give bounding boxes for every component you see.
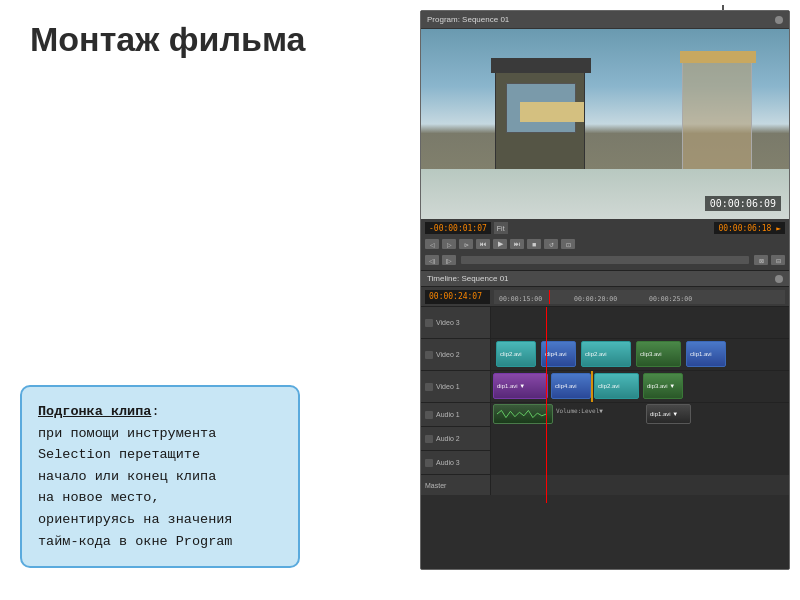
track-header-video2: Video 2	[421, 339, 491, 370]
monitor-timecode-right: 00:00:06:18 ►	[714, 222, 785, 234]
clip-v1-a[interactable]: dip1.avi ▼	[493, 373, 548, 399]
callout-text-line4: на новое место,	[38, 490, 160, 505]
monitor-close-btn[interactable]	[775, 16, 783, 24]
track-row-audio1: Audio 1 Volume:Level▼ dip1.avi ▼	[421, 403, 789, 427]
video-preview: 00:00:06:09	[421, 29, 789, 219]
ruler-label-2: 00:00:20:00	[574, 295, 617, 303]
ruler-label-1: 00:00:15:00	[499, 295, 542, 303]
ruler-label-3: 00:00:25:00	[649, 295, 692, 303]
timeline-panel: Timeline: Sequence 01 00:00:24:07 00:00:…	[421, 271, 789, 570]
track-toggle-v2[interactable]	[425, 351, 433, 359]
loop-btn[interactable]: ↺	[544, 239, 558, 249]
track-content-v3[interactable]	[491, 307, 789, 338]
timeline-playhead	[546, 307, 547, 503]
lift-btn[interactable]: ⊟	[771, 255, 785, 265]
program-monitor: Program: Sequence 01	[421, 11, 789, 271]
trim-out-btn[interactable]: |▷	[442, 255, 456, 265]
clip-a1-a[interactable]	[493, 404, 553, 424]
play-in-btn[interactable]: ⊳	[459, 239, 473, 249]
track-toggle-a1[interactable]	[425, 411, 433, 419]
cut-marker-v1	[591, 371, 593, 402]
mark-out-btn[interactable]: ▷	[442, 239, 456, 249]
track-content-v2[interactable]: clip2.avi clip4.avi clip2.avi clip3.avi …	[491, 339, 789, 370]
track-header-audio3: Audio 3	[421, 451, 491, 474]
track-toggle-v3[interactable]	[425, 319, 433, 327]
monitor-title-bar: Program: Sequence 01	[421, 11, 789, 29]
track-toggle-a2[interactable]	[425, 435, 433, 443]
track-label-a3: Audio 3	[436, 459, 460, 466]
ground-area	[421, 169, 789, 219]
track-header-master: Master	[421, 475, 491, 495]
jog-bar[interactable]	[461, 256, 749, 264]
track-label-a2: Audio 2	[436, 435, 460, 442]
track-label-v2: Video 2	[436, 351, 460, 358]
clip-v1-c[interactable]: clip2.avi	[594, 373, 639, 399]
callout-box: Подгонка клипа: при помощи инструмента S…	[20, 385, 300, 568]
monitor-controls-row3: ◁| |▷ ⊠ ⊟	[425, 253, 785, 267]
extract-btn[interactable]: ⊠	[754, 255, 768, 265]
pavilion-roof	[680, 51, 756, 63]
editor-area: Program: Sequence 01	[420, 10, 790, 570]
clip-v2-a[interactable]: clip2.avi	[496, 341, 536, 367]
track-label-v3: Video 3	[436, 319, 460, 326]
timeline-timecode[interactable]: 00:00:24:07	[425, 290, 490, 304]
timeline-close-btn[interactable]	[775, 275, 783, 283]
kiosk-roof	[491, 58, 591, 73]
callout-text-line5: ориентируясь на значения	[38, 512, 232, 527]
callout-text-line6: тайм-кода в окне Program	[38, 534, 232, 549]
callout-text-line1: при помощи инструмента	[38, 426, 216, 441]
stop-btn[interactable]: ■	[527, 239, 541, 249]
kiosk-window	[506, 83, 576, 133]
track-row-audio2: Audio 2	[421, 427, 789, 451]
track-content-audio2[interactable]	[491, 427, 789, 451]
track-label-a1: Audio 1	[436, 411, 460, 418]
trim-in-btn[interactable]: ◁|	[425, 255, 439, 265]
clip-v1-b[interactable]: clip4.avi	[551, 373, 591, 399]
callout-text-line3: начало или конец клипа	[38, 469, 216, 484]
monitor-fit-dropdown[interactable]: Fit	[494, 222, 508, 234]
track-header-audio1: Audio 1	[421, 403, 491, 426]
track-label-master: Master	[425, 482, 446, 489]
kiosk-sign	[520, 102, 584, 122]
play-btn[interactable]: ▶	[493, 239, 507, 249]
time-ruler: 00:00:15:00 00:00:20:00 00:00:25:00	[494, 290, 785, 304]
track-header-audio2: Audio 2	[421, 427, 491, 450]
clip-v2-e[interactable]: clip1.avi	[686, 341, 726, 367]
page-title: Монтаж фильма	[30, 20, 306, 59]
track-row-video1: Video 1 dip1.avi ▼ clip4.avi clip2.avi d…	[421, 371, 789, 403]
track-label-v1: Video 1	[436, 383, 460, 390]
track-row-video3: Video 3	[421, 307, 789, 339]
monitor-controls-row1: -00:00:01:07 Fit 00:00:06:18 ►	[425, 221, 785, 235]
clip-v2-d[interactable]: clip3.avi	[636, 341, 681, 367]
callout-heading: Подгонка клипа	[38, 404, 151, 419]
monitor-controls: -00:00:01:07 Fit 00:00:06:18 ► ◁ ▷ ⊳ ⏮ ▶…	[421, 219, 789, 271]
track-toggle-a3[interactable]	[425, 459, 433, 467]
track-header-video1: Video 1	[421, 371, 491, 402]
timeline-title-bar: Timeline: Sequence 01	[421, 271, 789, 287]
step-back-btn[interactable]: ⏮	[476, 239, 490, 249]
track-header-video3: Video 3	[421, 307, 491, 338]
track-area: Video 3 Video 2 clip2.avi clip4.avi clip…	[421, 307, 789, 495]
timeline-header: 00:00:24:07 00:00:15:00 00:00:20:00 00:0…	[421, 287, 789, 307]
video-scene: 00:00:06:09	[421, 29, 789, 219]
track-content-audio1[interactable]: Volume:Level▼ dip1.avi ▼	[491, 403, 789, 427]
monitor-timecode-left[interactable]: -00:00:01:07	[425, 222, 491, 234]
track-row-master: Master	[421, 475, 789, 495]
video-timestamp: 00:00:06:09	[705, 196, 781, 211]
track-toggle-v1[interactable]	[425, 383, 433, 391]
safe-btn[interactable]: ⊡	[561, 239, 575, 249]
clip-v2-c[interactable]: clip2.avi	[581, 341, 631, 367]
callout-colon: :	[151, 404, 159, 419]
monitor-title-text: Program: Sequence 01	[427, 15, 509, 24]
clip-a1-b[interactable]: dip1.avi ▼	[646, 404, 691, 424]
track-content-audio3[interactable]	[491, 451, 789, 475]
track-content-master	[491, 475, 789, 495]
track-content-v1[interactable]: dip1.avi ▼ clip4.avi clip2.avi dip3.avi …	[491, 371, 789, 402]
track-row-audio3: Audio 3	[421, 451, 789, 475]
monitor-controls-row2: ◁ ▷ ⊳ ⏮ ▶ ⏭ ■ ↺ ⊡	[425, 237, 785, 251]
step-fwd-btn[interactable]: ⏭	[510, 239, 524, 249]
callout-text-line2: Selection перетащите	[38, 447, 200, 462]
track-row-video2: Video 2 clip2.avi clip4.avi clip2.avi cl…	[421, 339, 789, 371]
clip-v1-d[interactable]: dip3.avi ▼	[643, 373, 683, 399]
mark-in-btn[interactable]: ◁	[425, 239, 439, 249]
